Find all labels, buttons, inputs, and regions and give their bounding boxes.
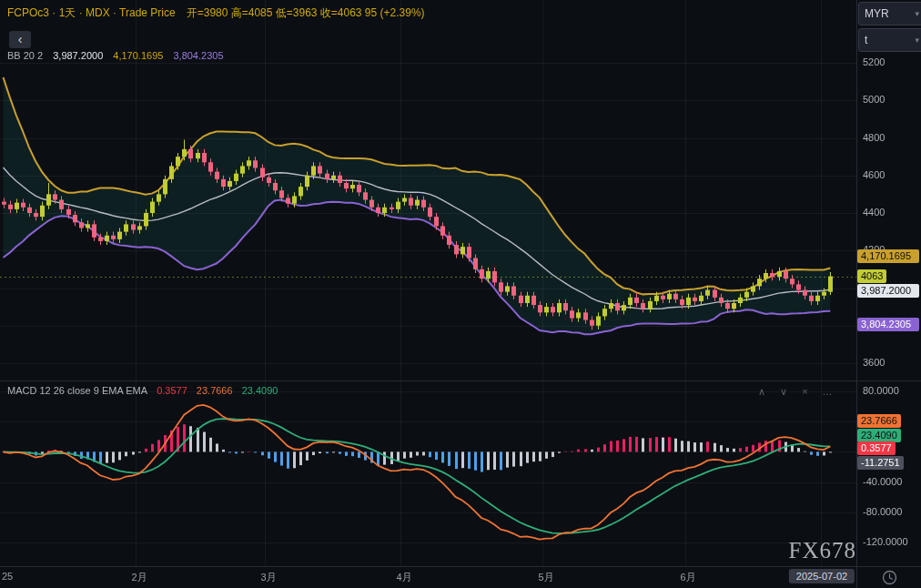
chevron-down-icon[interactable]: ∨ — [780, 386, 787, 398]
bb-lower-value: 3,804.2305 — [173, 50, 223, 61]
time-axis[interactable]: 2025-07-02 252月3月4月5月6月 — [0, 567, 921, 588]
macd-hist-value: 0.3577 — [157, 385, 187, 396]
price-tick-label: 4800 — [863, 132, 885, 143]
macd-tick-label: 80.0000 — [863, 385, 899, 396]
price-tick-label: 5000 — [863, 94, 885, 105]
back-button[interactable]: ‹ — [9, 31, 31, 48]
unit-label: t — [865, 34, 867, 46]
price-tick-label: 3600 — [863, 357, 885, 368]
ohlc-values: 开=3980 高=4085 低=3963 收=4063 95 (+2.39%) — [187, 6, 425, 19]
watermark: FX678 — [789, 538, 856, 563]
symbol-header: FCPOc3 · 1天 · MDX · Trade Price开=3980 高=… — [7, 5, 425, 21]
trading-chart-app: FCPOc3 · 1天 · MDX · Trade Price开=3980 高=… — [0, 0, 921, 588]
bb-legend: BB 20 2 3,987.2000 4,170.1695 3,804.2305 — [7, 50, 231, 61]
price-tick-label: 5200 — [863, 56, 885, 67]
chevron-up-icon[interactable]: ∧ — [758, 386, 765, 398]
signal-line-badge: 23.4090 — [857, 429, 901, 442]
bb-mid-value: 3,987.2000 — [53, 50, 103, 61]
more-options-icon[interactable]: … — [823, 386, 833, 398]
symbol-title: FCPOc3 · 1天 · MDX · Trade Price — [7, 6, 176, 19]
time-axis-label: 6月 — [680, 571, 695, 584]
price-tick-label: 4400 — [863, 207, 885, 218]
macd-tick-label: -40.0000 — [863, 476, 902, 487]
pane-controls: ∧∨×… — [758, 386, 833, 398]
macd-extra-badge: -11.2751 — [857, 456, 904, 470]
bb-lower-badge: 3,804.2305 — [857, 318, 919, 331]
time-axis-label: 3月 — [260, 571, 276, 584]
price-tick-label: 4600 — [863, 169, 885, 180]
unit-dropdown[interactable]: t ▾ — [858, 28, 921, 52]
current-date-badge: 2025-07-02 — [789, 569, 855, 583]
macd-line-value: 23.7666 — [197, 385, 233, 396]
histogram-badge: 0.3577 — [857, 441, 896, 455]
currency-dropdown[interactable]: MYR ▾ — [858, 2, 921, 25]
time-axis-label: 25 — [2, 571, 13, 582]
macd-label: MACD 12 26 close 9 EMA EMA — [7, 385, 147, 396]
bb-upper-badge: 4,170.1695 — [857, 249, 919, 263]
macd-tick-label: -120.0000 — [863, 536, 908, 547]
bb-label: BB 20 2 — [7, 50, 43, 61]
last-price-badge: 4063 — [857, 269, 886, 283]
macd-line-badge: 23.7666 — [857, 414, 901, 428]
macd-legend: MACD 12 26 close 9 EMA EMA 0.3577 23.766… — [7, 385, 284, 396]
price-axis-panel[interactable]: MYR ▾ t ▾ 520050004800460044004200400038… — [857, 0, 921, 566]
clock-icon[interactable] — [882, 570, 897, 585]
close-icon[interactable]: × — [802, 386, 807, 398]
chart-canvas[interactable] — [0, 0, 921, 588]
bb-mid-badge: 3,987.2000 — [857, 284, 919, 298]
chevron-down-icon: ▾ — [915, 3, 919, 25]
time-axis-label: 4月 — [396, 571, 411, 584]
bb-upper-value: 4,170.1695 — [113, 50, 163, 61]
macd-signal-value: 23.4090 — [242, 385, 278, 396]
currency-label: MYR — [865, 7, 889, 20]
time-axis-label: 5月 — [538, 571, 553, 584]
chevron-down-icon: ▾ — [915, 29, 919, 51]
time-axis-label: 2月 — [131, 571, 147, 584]
macd-tick-label: -80.0000 — [863, 506, 902, 517]
